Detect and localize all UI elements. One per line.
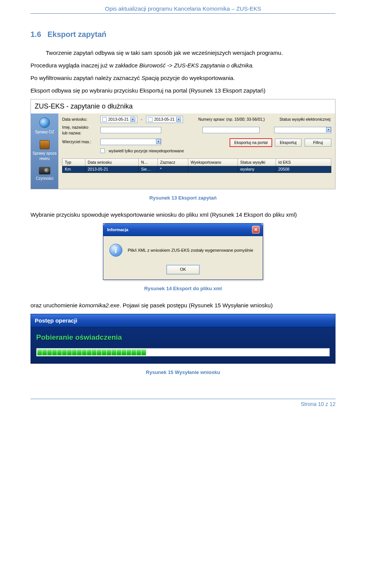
name-input[interactable] (100, 127, 161, 133)
screenshot-app-window: ZUS-EKS - zapytanie o dłużnika Sprawy OZ… (30, 99, 336, 189)
text: Po wyfiltrowaniu zapytań należy zaznaczy… (30, 75, 141, 81)
paragraph: oraz uruchomienie komornika2.exe. Pojawi… (30, 301, 336, 309)
table-row[interactable]: Km 2013-05-21 Sie… * wysłany 20508 (63, 166, 331, 173)
label-wierzyciel: Wierzyciel mas.: (62, 139, 96, 145)
col-wyeksportowano[interactable]: Wyeksportowano (188, 158, 238, 166)
col-n[interactable]: N… (139, 158, 158, 166)
progress-bar (36, 348, 330, 356)
col-typ[interactable]: Typ (63, 158, 85, 166)
chevron-down-icon[interactable]: ▼ (326, 127, 331, 132)
page-header: Opis aktualizacji programu Kancelaria Ko… (30, 0, 336, 14)
cell: 2013-05-21 (85, 166, 139, 173)
progress-stage-label: Pobieranie oświadczenia (36, 332, 330, 343)
paragraph: Procedura wygląda inaczej już w zakładce… (30, 61, 336, 69)
camera-icon (39, 167, 50, 174)
info-icon: i (109, 244, 122, 257)
eksportuj-button[interactable]: Eksportuj (275, 139, 302, 147)
page-footer: Strona 10 z 12 (30, 399, 336, 408)
dialog-message: Plik/i XML z wnioskiem ZUS-EKS zostały w… (128, 248, 253, 253)
results-table: Typ Data wniosku N… Zaznacz Wyeksportowa… (62, 158, 331, 173)
col-zaznacz[interactable]: Zaznacz (158, 158, 188, 166)
cell: 20508 (276, 166, 331, 173)
cell: Km (63, 166, 85, 173)
numery-input[interactable] (202, 127, 260, 133)
paragraph: Eksport odbywa się po wybraniu przycisku… (30, 86, 336, 94)
dialog-title: Informacja (107, 227, 128, 233)
date-value: 2013-05-21 (154, 117, 175, 122)
close-icon: ✕ (254, 227, 258, 233)
wierzyciel-input[interactable]: ▼ (100, 139, 161, 145)
cell: wysłany (238, 166, 276, 173)
text-italic: Spacją (141, 75, 159, 81)
col-data[interactable]: Data wniosku (85, 158, 139, 166)
screenshot-progress-dialog: Postęp operacji Pobieranie oświadczenia (30, 314, 336, 364)
cell: Sie… (139, 166, 158, 173)
window-title: ZUS-EKS - zapytanie o dłużnika (31, 99, 335, 113)
ok-button[interactable]: OK (167, 265, 199, 274)
text: Procedura wygląda inaczej już w zakładce (30, 62, 139, 69)
chevron-down-icon[interactable]: ▼ (176, 117, 181, 122)
paragraph: Wybranie przycisku spowoduje wyeksportow… (30, 211, 336, 219)
date-to[interactable]: 2013-05-21 ▼ (146, 116, 183, 123)
sidebar: Sprawy OZ Sprawy spoza rewiru Czynności (31, 113, 58, 189)
screenshot-info-dialog: Informacja ✕ i Plik/i XML z wnioskiem ZU… (103, 223, 263, 280)
text-italic: komornika2.exe (79, 302, 120, 308)
checkbox-unexported[interactable] (100, 149, 105, 153)
col-status[interactable]: Status wysyłki (238, 158, 276, 166)
label-name: Imię, nazwisko lub nazwa: (62, 125, 96, 136)
paragraph: Po wyfiltrowaniu zapytań należy zaznaczy… (30, 74, 336, 82)
text: oraz uruchomienie (30, 302, 79, 308)
chevron-down-icon[interactable]: ▼ (156, 139, 161, 144)
sidebar-item-sprawy-spoza[interactable]: Sprawy spoza rewiru (32, 140, 58, 161)
text: . Pojawi się pasek postępu (Rysunek 15 W… (119, 302, 273, 308)
figure-caption: Rysunek 14 Eksport do pliku xml (30, 285, 336, 292)
sidebar-item-label: Sprawy spoza rewiru (32, 151, 58, 161)
status-select[interactable]: ▼ (274, 127, 331, 133)
form-panel: Data wniosku: 2013-05-21 ▼ - 2013-05-21 … (58, 113, 335, 189)
chevron-down-icon[interactable]: ▼ (130, 117, 135, 122)
label-only-unexported: wyświetl tylko pozycje niewyeksportowane (109, 148, 184, 154)
checkbox[interactable] (102, 117, 107, 122)
cell: * (158, 166, 188, 173)
figure-caption: Rysunek 13 Eksport zapytań (30, 195, 336, 201)
sidebar-item-label: Sprawy OZ (32, 129, 58, 135)
close-button[interactable]: ✕ (252, 226, 260, 233)
dash: - (141, 117, 143, 122)
date-from[interactable]: 2013-05-21 ▼ (100, 116, 137, 123)
cell (188, 166, 238, 173)
checkbox[interactable] (148, 117, 152, 122)
progress-fill (37, 349, 329, 355)
dialog-title: Postęp operacji (35, 316, 77, 324)
section-title: Eksport zapytań (47, 30, 106, 38)
sidebar-item-sprawy-oz[interactable]: Sprawy OZ (32, 117, 58, 135)
sidebar-item-label: Czynności (32, 176, 58, 181)
label-numery: Numery spraw: (np. 15/00; 33-56/01;) (198, 117, 265, 122)
text: pozycje do wyeksportowania. (159, 75, 235, 81)
section-number: 1.6 (30, 30, 41, 38)
eksportuj-na-portal-button[interactable]: Eksportuj na portal (230, 139, 272, 147)
section-heading: 1.6 Eksport zapytań (30, 29, 336, 40)
sidebar-item-czynnosci[interactable]: Czynności (32, 167, 58, 181)
filtruj-button[interactable]: Filtruj (305, 139, 331, 147)
text-italic: Biurowość -> ZUS-EKS zapytania o dłużnik… (139, 62, 254, 69)
dialog-titlebar: Postęp operacji (31, 314, 335, 327)
figure-caption: Rysunek 15 Wysyłanie wniosku (30, 369, 336, 376)
col-id[interactable]: Id EKS (276, 158, 331, 166)
dialog-titlebar: Informacja ✕ (103, 224, 263, 236)
date-value: 2013-05-21 (108, 117, 129, 122)
table-header-row: Typ Data wniosku N… Zaznacz Wyeksportowa… (63, 158, 331, 166)
label-status-wysylki: Status wysyłki elektronicznej: (279, 117, 331, 122)
label-date: Data wniosku: (62, 117, 96, 122)
bag-icon (40, 140, 50, 149)
globe-icon (39, 117, 50, 128)
paragraph: Tworzenie zapytań odbywa się w taki sam … (30, 49, 336, 57)
